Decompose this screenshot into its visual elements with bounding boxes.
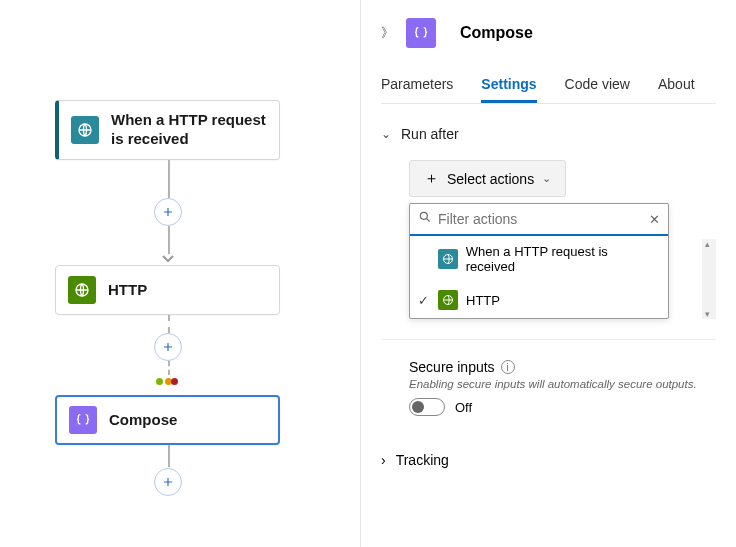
- node-label: Compose: [109, 411, 177, 430]
- globe-icon: [438, 290, 458, 310]
- braces-icon: [69, 406, 97, 434]
- info-icon[interactable]: i: [501, 360, 515, 374]
- section-run-after[interactable]: ⌄ Run after: [381, 126, 716, 142]
- globe-icon: [438, 249, 458, 269]
- tab-code-view[interactable]: Code view: [565, 76, 630, 103]
- check-icon: ✓: [418, 293, 429, 308]
- select-actions-button[interactable]: ＋ Select actions ⌄: [409, 160, 566, 197]
- connector-line: [168, 361, 170, 375]
- globe-icon: [71, 116, 99, 144]
- dropdown-item-label: HTTP: [466, 293, 500, 308]
- section-label: Tracking: [396, 452, 449, 468]
- dropdown-item-label: When a HTTP request is received: [466, 244, 658, 274]
- node-compose[interactable]: Compose: [55, 395, 280, 445]
- connector-line: [168, 445, 170, 467]
- connector-line: [168, 226, 170, 254]
- add-step-button[interactable]: [154, 468, 182, 496]
- divider: [381, 339, 716, 340]
- node-label: HTTP: [108, 281, 147, 300]
- secure-inputs-toggle[interactable]: [409, 398, 445, 416]
- node-trigger-http-request[interactable]: When a HTTP request is received: [55, 100, 280, 160]
- node-label: When a HTTP request is received: [111, 111, 267, 149]
- plus-icon: ＋: [424, 169, 439, 188]
- dropdown-item-trigger[interactable]: When a HTTP request is received: [410, 236, 668, 282]
- connector-line: [168, 160, 170, 198]
- filter-actions-input[interactable]: [438, 211, 643, 227]
- add-step-button[interactable]: [154, 333, 182, 361]
- search-icon: [418, 210, 432, 228]
- setting-label: Secure inputs: [409, 359, 495, 375]
- clear-icon[interactable]: ✕: [649, 212, 660, 227]
- svg-point-2: [420, 212, 427, 219]
- panel-title: Compose: [460, 24, 533, 42]
- chevron-down-icon: ⌄: [381, 127, 391, 141]
- add-step-button[interactable]: [154, 198, 182, 226]
- action-settings-panel: 》 Compose Parameters Settings Code view …: [360, 0, 736, 547]
- arrow-icon: [162, 252, 174, 264]
- actions-dropdown: ✕ When a HTTP request is received ✓ HTTP: [409, 203, 669, 319]
- node-http[interactable]: HTTP: [55, 265, 280, 315]
- secure-inputs-setting: Secure inputs i Enabling secure inputs w…: [409, 358, 716, 416]
- collapse-panel-icon[interactable]: 》: [381, 24, 394, 42]
- section-label: Run after: [401, 126, 459, 142]
- globe-icon: [68, 276, 96, 304]
- tab-settings[interactable]: Settings: [481, 76, 536, 103]
- panel-header: 》 Compose: [381, 18, 716, 48]
- toggle-state-label: Off: [455, 400, 472, 415]
- designer-canvas[interactable]: When a HTTP request is received HTTP Com…: [0, 0, 360, 547]
- dropdown-item-http[interactable]: ✓ HTTP: [410, 282, 668, 318]
- filter-actions-row: ✕: [410, 204, 668, 236]
- setting-description: Enabling secure inputs will automaticall…: [409, 378, 716, 390]
- run-after-status-dots: [156, 378, 178, 385]
- tab-parameters[interactable]: Parameters: [381, 76, 453, 103]
- scrollbar[interactable]: [702, 239, 716, 319]
- chevron-right-icon: ›: [381, 452, 386, 468]
- braces-icon: [406, 18, 436, 48]
- tab-about[interactable]: About: [658, 76, 695, 103]
- chevron-down-icon: ⌄: [542, 172, 551, 185]
- section-tracking[interactable]: › Tracking: [381, 452, 716, 468]
- connector-line: [168, 315, 170, 333]
- button-label: Select actions: [447, 171, 534, 187]
- panel-tabs: Parameters Settings Code view About: [381, 76, 716, 104]
